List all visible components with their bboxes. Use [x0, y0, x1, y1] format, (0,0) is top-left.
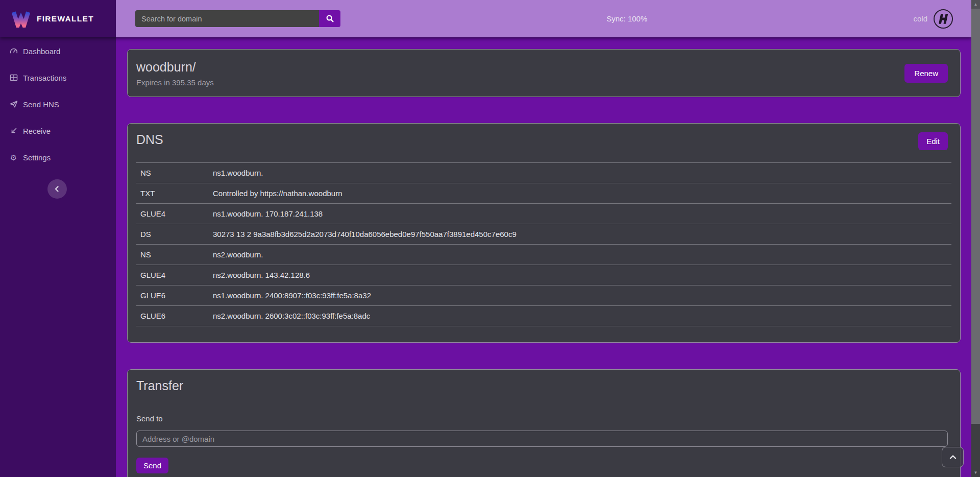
sidebar: FIREWALLET Dashboard Transactions [0, 0, 116, 477]
domain-card: woodburn/ Expires in 395.35 days Renew [127, 49, 961, 97]
dns-record-row: GLUE6ns1.woodburn. 2400:8907::f03c:93ff:… [136, 285, 951, 306]
dns-record-type: NS [136, 245, 213, 265]
domain-expiry: Expires in 395.35 days [136, 78, 214, 87]
scrollbar-down-arrow-icon[interactable]: ▼ [971, 468, 980, 477]
edit-dns-button[interactable]: Edit [918, 132, 948, 150]
transfer-address-input[interactable] [136, 431, 948, 447]
sidebar-collapse-button[interactable] [47, 179, 67, 199]
dns-record-row: GLUE4ns2.woodburn. 143.42.128.6 [136, 265, 951, 285]
dns-record-type: GLUE6 [136, 285, 213, 306]
dns-record-value: Controlled by https://nathan.woodburn [213, 183, 951, 204]
table-icon [9, 74, 18, 82]
scroll-to-top-button[interactable] [942, 447, 964, 467]
dns-record-row: GLUE6ns2.woodburn. 2600:3c02::f03c:93ff:… [136, 306, 951, 326]
renew-button[interactable]: Renew [904, 64, 948, 83]
sidebar-item-label: Dashboard [23, 47, 60, 56]
dns-record-row: DS30273 13 2 9a3a8fb3d625d2a2073d740f10d… [136, 224, 951, 245]
sidebar-item-label: Transactions [23, 74, 66, 82]
dns-record-value: ns2.woodburn. 143.42.128.6 [213, 265, 951, 285]
dns-record-value: ns2.woodburn. 2600:3c02::f03c:93ff:fe5a:… [213, 306, 951, 326]
sidebar-item-receive[interactable]: Receive [0, 117, 116, 144]
scrollbar-thumb[interactable] [971, 9, 980, 424]
sidebar-item-settings[interactable]: ⚙ Settings [0, 144, 116, 171]
transfer-card: Transfer Send to Send [127, 369, 961, 477]
dns-record-row: NSns1.woodburn. [136, 163, 951, 183]
paper-plane-icon [9, 100, 18, 109]
sidebar-item-dashboard[interactable]: Dashboard [0, 38, 116, 64]
search-input[interactable] [135, 10, 319, 27]
sidebar-item-label: Send HNS [23, 100, 59, 109]
chevron-up-icon [949, 454, 957, 460]
transfer-title: Transfer [136, 378, 948, 393]
sidebar-item-label: Settings [23, 153, 51, 162]
handshake-icon [937, 12, 950, 26]
dns-card: DNS Edit NSns1.woodburn.TXTControlled by… [127, 123, 961, 343]
dns-record-type: NS [136, 163, 213, 183]
account-avatar[interactable] [934, 9, 953, 29]
dns-record-type: GLUE4 [136, 265, 213, 285]
page-scrollbar[interactable]: ▲ ▼ [971, 0, 980, 477]
dns-record-row: NSns2.woodburn. [136, 245, 951, 265]
app-logo[interactable]: FIREWALLET [0, 0, 116, 37]
app-title: FIREWALLET [37, 14, 94, 23]
send-to-label: Send to [136, 414, 948, 423]
dns-record-value: 30273 13 2 9a3a8fb3d625d2a2073d740f10da6… [213, 224, 951, 245]
topbar: Sync: 100% cold [116, 0, 971, 37]
arrow-down-left-icon [9, 127, 18, 135]
dns-record-row: TXTControlled by https://nathan.woodburn [136, 183, 951, 204]
search-button[interactable] [319, 10, 340, 27]
dns-table-body: NSns1.woodburn.TXTControlled by https://… [136, 163, 951, 326]
dns-record-type: DS [136, 224, 213, 245]
send-button[interactable]: Send [136, 458, 168, 473]
dns-record-row: GLUE4ns1.woodburn. 170.187.241.138 [136, 204, 951, 224]
wallet-zone: cold [913, 9, 953, 29]
main-content: woodburn/ Expires in 395.35 days Renew D… [116, 37, 971, 477]
scrollbar-up-arrow-icon[interactable]: ▲ [971, 0, 980, 9]
gear-icon: ⚙ [9, 153, 18, 162]
dns-record-type: TXT [136, 183, 213, 204]
search-icon [326, 14, 334, 23]
dns-title: DNS [136, 132, 163, 147]
sidebar-nav: Dashboard Transactions Send HNS [0, 37, 116, 171]
domain-search [135, 10, 340, 27]
dns-record-type: GLUE4 [136, 204, 213, 224]
dns-record-value: ns2.woodburn. [213, 245, 951, 265]
sidebar-item-transactions[interactable]: Transactions [0, 64, 116, 91]
dns-record-value: ns1.woodburn. 170.187.241.138 [213, 204, 951, 224]
wallet-name: cold [913, 14, 927, 23]
dashboard-gauge-icon [9, 47, 18, 56]
firewallet-w-icon [11, 10, 31, 28]
sidebar-item-label: Receive [23, 127, 51, 135]
dns-records-table: NSns1.woodburn.TXTControlled by https://… [136, 162, 951, 326]
dns-record-type: GLUE6 [136, 306, 213, 326]
chevron-left-icon [54, 185, 61, 193]
dns-record-value: ns1.woodburn. 2400:8907::f03c:93ff:fe5a:… [213, 285, 951, 306]
domain-title: woodburn/ [136, 60, 214, 75]
sidebar-item-send-hns[interactable]: Send HNS [0, 91, 116, 117]
sync-status: Sync: 100% [340, 14, 913, 23]
dns-record-value: ns1.woodburn. [213, 163, 951, 183]
